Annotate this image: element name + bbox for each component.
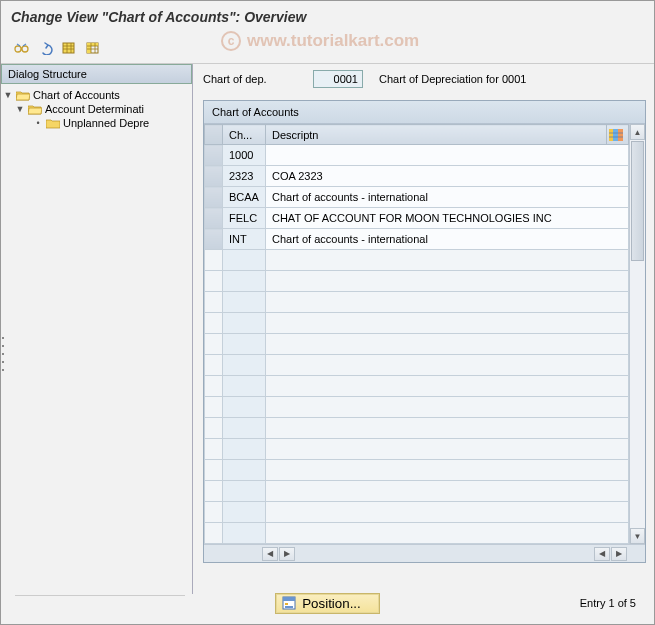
row-selector[interactable] <box>205 523 223 544</box>
row-selector[interactable] <box>205 376 223 397</box>
table-row[interactable] <box>205 439 629 460</box>
row-selector[interactable] <box>205 439 223 460</box>
table-row[interactable]: BCAAChart of accounts - international <box>205 187 629 208</box>
ch-cell[interactable]: 2323 <box>223 166 266 187</box>
row-selector[interactable] <box>205 397 223 418</box>
ch-cell[interactable]: BCAA <box>223 187 266 208</box>
ch-cell[interactable] <box>223 481 266 502</box>
ch-cell[interactable]: 1000 <box>223 145 266 166</box>
table-row[interactable]: 2323COA 2323 <box>205 166 629 187</box>
row-selector[interactable] <box>205 460 223 481</box>
ch-column-header[interactable]: Ch... <box>223 125 266 145</box>
table-row[interactable] <box>205 481 629 502</box>
ch-cell[interactable]: INT <box>223 229 266 250</box>
toggle-view-button[interactable] <box>11 39 31 57</box>
row-selector[interactable] <box>205 145 223 166</box>
table-row[interactable] <box>205 502 629 523</box>
row-selector[interactable] <box>205 271 223 292</box>
position-button[interactable]: Position... <box>275 593 380 614</box>
row-selector[interactable] <box>205 250 223 271</box>
row-selector[interactable] <box>205 166 223 187</box>
hscroll-left-button[interactable]: ◀ <box>262 547 278 561</box>
tree-toggle[interactable]: ▼ <box>3 90 13 100</box>
description-column-header[interactable]: Descriptn <box>265 125 606 145</box>
table-row[interactable] <box>205 250 629 271</box>
ch-cell[interactable] <box>223 418 266 439</box>
description-cell[interactable] <box>265 397 628 418</box>
description-cell[interactable] <box>265 313 628 334</box>
ch-cell[interactable] <box>223 376 266 397</box>
scroll-up-button[interactable]: ▲ <box>630 124 645 140</box>
scroll-track[interactable] <box>630 140 645 528</box>
table-row[interactable] <box>205 460 629 481</box>
description-cell[interactable] <box>265 376 628 397</box>
ch-cell[interactable] <box>223 439 266 460</box>
select-column-header[interactable] <box>205 125 223 145</box>
ch-cell[interactable] <box>223 313 266 334</box>
row-selector[interactable] <box>205 355 223 376</box>
table-row[interactable] <box>205 313 629 334</box>
table-row[interactable] <box>205 334 629 355</box>
description-cell[interactable] <box>265 481 628 502</box>
table-row[interactable] <box>205 376 629 397</box>
description-cell[interactable] <box>265 418 628 439</box>
row-selector[interactable] <box>205 334 223 355</box>
ch-cell[interactable] <box>223 355 266 376</box>
ch-cell[interactable] <box>223 523 266 544</box>
undo-button[interactable] <box>35 39 55 57</box>
table-row[interactable] <box>205 355 629 376</box>
row-selector[interactable] <box>205 229 223 250</box>
ch-cell[interactable] <box>223 271 266 292</box>
description-cell[interactable] <box>265 145 628 166</box>
deselect-all-button[interactable] <box>83 39 103 57</box>
row-selector[interactable] <box>205 502 223 523</box>
vertical-scrollbar[interactable]: ▲ ▼ <box>629 124 645 544</box>
configure-columns-button[interactable] <box>607 125 629 145</box>
ch-cell[interactable] <box>223 397 266 418</box>
scroll-thumb[interactable] <box>631 141 644 261</box>
tree-item-chart-of-accounts[interactable]: ▼ Chart of Accounts <box>3 88 190 102</box>
row-selector[interactable] <box>205 208 223 229</box>
table-row[interactable] <box>205 523 629 544</box>
description-cell[interactable]: CHAT OF ACCOUNT FOR MOON TECHNOLOGIES IN… <box>265 208 628 229</box>
ch-cell[interactable] <box>223 502 266 523</box>
table-row[interactable]: FELCCHAT OF ACCOUNT FOR MOON TECHNOLOGIE… <box>205 208 629 229</box>
row-selector[interactable] <box>205 187 223 208</box>
table-row[interactable] <box>205 418 629 439</box>
table-row[interactable] <box>205 271 629 292</box>
hscroll-left-button-2[interactable]: ◀ <box>594 547 610 561</box>
tree-item-account-determination[interactable]: ▼ Account Determinati <box>3 102 190 116</box>
description-cell[interactable] <box>265 439 628 460</box>
select-all-button[interactable] <box>59 39 79 57</box>
ch-cell[interactable] <box>223 334 266 355</box>
row-selector[interactable] <box>205 292 223 313</box>
table-row[interactable]: 1000 <box>205 145 629 166</box>
description-cell[interactable] <box>265 355 628 376</box>
description-cell[interactable]: Chart of accounts - international <box>265 187 628 208</box>
table-row[interactable] <box>205 397 629 418</box>
description-cell[interactable] <box>265 334 628 355</box>
chart-of-dep-input[interactable] <box>313 70 363 88</box>
tree-item-unplanned-depre[interactable]: • Unplanned Depre <box>3 116 190 130</box>
row-selector[interactable] <box>205 418 223 439</box>
scroll-down-button[interactable]: ▼ <box>630 528 645 544</box>
description-cell[interactable]: Chart of accounts - international <box>265 229 628 250</box>
table-row[interactable]: INTChart of accounts - international <box>205 229 629 250</box>
row-selector[interactable] <box>205 313 223 334</box>
description-cell[interactable] <box>265 271 628 292</box>
hscroll-right-button[interactable]: ▶ <box>279 547 295 561</box>
ch-cell[interactable] <box>223 250 266 271</box>
description-cell[interactable] <box>265 292 628 313</box>
description-cell[interactable] <box>265 523 628 544</box>
description-cell[interactable]: COA 2323 <box>265 166 628 187</box>
sidebar-resize-grip[interactable] <box>0 334 5 374</box>
description-cell[interactable] <box>265 460 628 481</box>
ch-cell[interactable]: FELC <box>223 208 266 229</box>
ch-cell[interactable] <box>223 460 266 481</box>
hscroll-right-button-2[interactable]: ▶ <box>611 547 627 561</box>
description-cell[interactable] <box>265 502 628 523</box>
description-cell[interactable] <box>265 250 628 271</box>
tree-toggle[interactable]: ▼ <box>15 104 25 114</box>
table-row[interactable] <box>205 292 629 313</box>
ch-cell[interactable] <box>223 292 266 313</box>
